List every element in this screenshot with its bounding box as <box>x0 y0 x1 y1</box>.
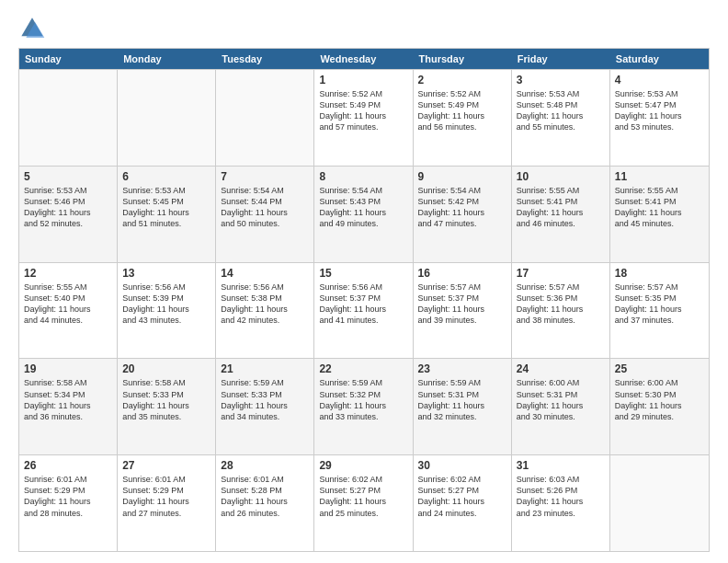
day-cell-30: 30Sunrise: 6:02 AM Sunset: 5:27 PM Dayli… <box>414 455 512 551</box>
page: SundayMondayTuesdayWednesdayThursdayFrid… <box>0 0 728 563</box>
day-number: 30 <box>418 459 506 472</box>
day-number: 14 <box>221 267 309 280</box>
day-number: 5 <box>24 170 112 183</box>
day-number: 11 <box>615 170 704 183</box>
logo-icon <box>18 15 46 42</box>
calendar-row-1: 1Sunrise: 5:52 AM Sunset: 5:49 PM Daylig… <box>19 69 709 166</box>
day-number: 7 <box>221 170 309 183</box>
day-number: 25 <box>615 362 704 375</box>
day-cell-16: 16Sunrise: 5:57 AM Sunset: 5:37 PM Dayli… <box>414 263 512 359</box>
day-info: Sunrise: 5:57 AM Sunset: 5:37 PM Dayligh… <box>418 282 506 327</box>
day-info: Sunrise: 5:53 AM Sunset: 5:47 PM Dayligh… <box>615 88 704 133</box>
day-number: 9 <box>418 170 506 183</box>
day-cell-6: 6Sunrise: 5:53 AM Sunset: 5:45 PM Daylig… <box>118 167 216 262</box>
day-number: 27 <box>122 459 210 472</box>
day-info: Sunrise: 6:02 AM Sunset: 5:27 PM Dayligh… <box>319 474 407 519</box>
day-number: 26 <box>24 459 112 472</box>
day-info: Sunrise: 6:02 AM Sunset: 5:27 PM Dayligh… <box>418 474 506 519</box>
day-cell-4: 4Sunrise: 5:53 AM Sunset: 5:47 PM Daylig… <box>610 70 709 166</box>
day-info: Sunrise: 5:56 AM Sunset: 5:39 PM Dayligh… <box>122 282 210 327</box>
day-cell-31: 31Sunrise: 6:03 AM Sunset: 5:26 PM Dayli… <box>512 455 610 551</box>
calendar: SundayMondayTuesdayWednesdayThursdayFrid… <box>18 48 710 552</box>
day-info: Sunrise: 5:54 AM Sunset: 5:42 PM Dayligh… <box>418 185 506 230</box>
day-number: 13 <box>122 267 210 280</box>
header-day-thursday: Thursday <box>414 49 512 69</box>
day-number: 24 <box>517 362 605 375</box>
day-number: 23 <box>418 362 506 375</box>
day-cell-15: 15Sunrise: 5:56 AM Sunset: 5:37 PM Dayli… <box>314 263 413 359</box>
day-cell-1: 1Sunrise: 5:52 AM Sunset: 5:49 PM Daylig… <box>314 70 413 166</box>
day-info: Sunrise: 5:58 AM Sunset: 5:33 PM Dayligh… <box>122 377 210 422</box>
day-info: Sunrise: 5:59 AM Sunset: 5:32 PM Dayligh… <box>319 377 407 422</box>
empty-cell <box>19 70 118 166</box>
calendar-row-4: 19Sunrise: 5:58 AM Sunset: 5:34 PM Dayli… <box>19 358 709 454</box>
day-info: Sunrise: 5:53 AM Sunset: 5:45 PM Dayligh… <box>122 185 210 230</box>
calendar-row-5: 26Sunrise: 6:01 AM Sunset: 5:29 PM Dayli… <box>19 454 709 551</box>
day-cell-25: 25Sunrise: 6:00 AM Sunset: 5:30 PM Dayli… <box>610 359 709 454</box>
day-cell-27: 27Sunrise: 6:01 AM Sunset: 5:29 PM Dayli… <box>118 455 216 551</box>
empty-cell <box>118 70 216 166</box>
day-cell-29: 29Sunrise: 6:02 AM Sunset: 5:27 PM Dayli… <box>314 455 413 551</box>
day-info: Sunrise: 5:53 AM Sunset: 5:46 PM Dayligh… <box>24 185 112 230</box>
day-number: 8 <box>319 170 407 183</box>
day-info: Sunrise: 5:55 AM Sunset: 5:41 PM Dayligh… <box>517 185 605 230</box>
day-cell-20: 20Sunrise: 5:58 AM Sunset: 5:33 PM Dayli… <box>118 359 216 454</box>
day-number: 16 <box>418 267 506 280</box>
day-cell-3: 3Sunrise: 5:53 AM Sunset: 5:48 PM Daylig… <box>512 70 610 166</box>
day-info: Sunrise: 5:55 AM Sunset: 5:41 PM Dayligh… <box>615 185 704 230</box>
day-info: Sunrise: 6:00 AM Sunset: 5:30 PM Dayligh… <box>615 377 704 422</box>
header-day-monday: Monday <box>118 49 216 69</box>
day-cell-7: 7Sunrise: 5:54 AM Sunset: 5:44 PM Daylig… <box>216 167 314 262</box>
day-info: Sunrise: 5:54 AM Sunset: 5:44 PM Dayligh… <box>221 185 309 230</box>
day-info: Sunrise: 5:52 AM Sunset: 5:49 PM Dayligh… <box>319 88 407 133</box>
header-day-tuesday: Tuesday <box>216 49 314 69</box>
header-day-friday: Friday <box>512 49 610 69</box>
day-cell-12: 12Sunrise: 5:55 AM Sunset: 5:40 PM Dayli… <box>19 263 118 359</box>
day-cell-18: 18Sunrise: 5:57 AM Sunset: 5:35 PM Dayli… <box>610 263 709 359</box>
day-cell-22: 22Sunrise: 5:59 AM Sunset: 5:32 PM Dayli… <box>314 359 413 454</box>
empty-cell <box>216 70 314 166</box>
empty-cell <box>610 455 709 551</box>
day-cell-14: 14Sunrise: 5:56 AM Sunset: 5:38 PM Dayli… <box>216 263 314 359</box>
calendar-row-3: 12Sunrise: 5:55 AM Sunset: 5:40 PM Dayli… <box>19 262 709 359</box>
day-number: 31 <box>517 459 605 472</box>
day-info: Sunrise: 5:58 AM Sunset: 5:34 PM Dayligh… <box>24 377 112 422</box>
day-cell-11: 11Sunrise: 5:55 AM Sunset: 5:41 PM Dayli… <box>610 167 709 262</box>
day-info: Sunrise: 6:01 AM Sunset: 5:28 PM Dayligh… <box>221 474 309 519</box>
day-number: 2 <box>418 74 506 86</box>
day-cell-9: 9Sunrise: 5:54 AM Sunset: 5:42 PM Daylig… <box>414 167 512 262</box>
day-number: 10 <box>517 170 605 183</box>
day-number: 29 <box>319 459 407 472</box>
day-cell-24: 24Sunrise: 6:00 AM Sunset: 5:31 PM Dayli… <box>512 359 610 454</box>
day-cell-5: 5Sunrise: 5:53 AM Sunset: 5:46 PM Daylig… <box>19 167 118 262</box>
day-info: Sunrise: 5:57 AM Sunset: 5:36 PM Dayligh… <box>517 282 605 327</box>
calendar-row-2: 5Sunrise: 5:53 AM Sunset: 5:46 PM Daylig… <box>19 166 709 262</box>
day-info: Sunrise: 6:00 AM Sunset: 5:31 PM Dayligh… <box>517 377 605 422</box>
day-cell-17: 17Sunrise: 5:57 AM Sunset: 5:36 PM Dayli… <box>512 263 610 359</box>
day-cell-10: 10Sunrise: 5:55 AM Sunset: 5:41 PM Dayli… <box>512 167 610 262</box>
day-info: Sunrise: 5:59 AM Sunset: 5:33 PM Dayligh… <box>221 377 309 422</box>
day-cell-2: 2Sunrise: 5:52 AM Sunset: 5:49 PM Daylig… <box>414 70 512 166</box>
day-number: 19 <box>24 362 112 375</box>
day-info: Sunrise: 5:56 AM Sunset: 5:37 PM Dayligh… <box>319 282 407 327</box>
day-number: 18 <box>615 267 704 280</box>
header-day-wednesday: Wednesday <box>314 49 413 69</box>
day-number: 22 <box>319 362 407 375</box>
day-info: Sunrise: 6:03 AM Sunset: 5:26 PM Dayligh… <box>517 474 605 519</box>
day-info: Sunrise: 5:55 AM Sunset: 5:40 PM Dayligh… <box>24 282 112 327</box>
day-number: 3 <box>517 74 605 86</box>
logo <box>18 15 51 42</box>
day-number: 15 <box>319 267 407 280</box>
day-info: Sunrise: 5:59 AM Sunset: 5:31 PM Dayligh… <box>418 377 506 422</box>
day-info: Sunrise: 6:01 AM Sunset: 5:29 PM Dayligh… <box>122 474 210 519</box>
calendar-header: SundayMondayTuesdayWednesdayThursdayFrid… <box>19 49 709 69</box>
day-info: Sunrise: 5:53 AM Sunset: 5:48 PM Dayligh… <box>517 88 605 133</box>
day-info: Sunrise: 5:54 AM Sunset: 5:43 PM Dayligh… <box>319 185 407 230</box>
day-info: Sunrise: 5:57 AM Sunset: 5:35 PM Dayligh… <box>615 282 704 327</box>
day-cell-19: 19Sunrise: 5:58 AM Sunset: 5:34 PM Dayli… <box>19 359 118 454</box>
day-cell-13: 13Sunrise: 5:56 AM Sunset: 5:39 PM Dayli… <box>118 263 216 359</box>
day-number: 20 <box>122 362 210 375</box>
day-number: 1 <box>319 74 407 86</box>
day-info: Sunrise: 5:56 AM Sunset: 5:38 PM Dayligh… <box>221 282 309 327</box>
day-cell-8: 8Sunrise: 5:54 AM Sunset: 5:43 PM Daylig… <box>314 167 413 262</box>
